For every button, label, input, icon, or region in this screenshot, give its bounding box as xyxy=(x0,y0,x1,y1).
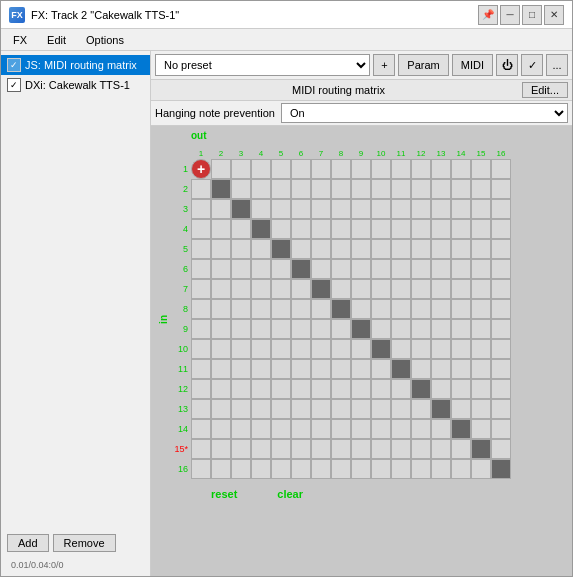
cell-9-14[interactable] xyxy=(471,339,491,359)
cell-7-15[interactable] xyxy=(491,299,511,319)
cell-12-12[interactable] xyxy=(431,399,451,419)
cell-4-4[interactable] xyxy=(271,239,291,259)
cell-1-15[interactable] xyxy=(491,179,511,199)
cell-11-15[interactable] xyxy=(491,379,511,399)
cell-12-5[interactable] xyxy=(291,399,311,419)
cell-10-4[interactable] xyxy=(271,359,291,379)
cell-1-6[interactable] xyxy=(311,179,331,199)
maximize-button[interactable]: □ xyxy=(522,5,542,25)
cell-5-8[interactable] xyxy=(351,259,371,279)
cell-2-2[interactable] xyxy=(231,199,251,219)
cell-6-9[interactable] xyxy=(371,279,391,299)
cell-15-13[interactable] xyxy=(451,459,471,479)
cell-11-2[interactable] xyxy=(231,379,251,399)
cell-8-14[interactable] xyxy=(471,319,491,339)
cell-2-8[interactable] xyxy=(351,199,371,219)
cell-2-11[interactable] xyxy=(411,199,431,219)
cell-8-9[interactable] xyxy=(371,319,391,339)
cell-9-2[interactable] xyxy=(231,339,251,359)
cell-11-4[interactable] xyxy=(271,379,291,399)
cell-7-2[interactable] xyxy=(231,299,251,319)
cell-7-13[interactable] xyxy=(451,299,471,319)
cell-4-3[interactable] xyxy=(251,239,271,259)
reset-button[interactable]: reset xyxy=(195,485,253,503)
cell-8-13[interactable] xyxy=(451,319,471,339)
cell-4-2[interactable] xyxy=(231,239,251,259)
cell-0-10[interactable] xyxy=(391,159,411,179)
cell-14-0[interactable] xyxy=(191,439,211,459)
cell-9-5[interactable] xyxy=(291,339,311,359)
cell-10-13[interactable] xyxy=(451,359,471,379)
cell-2-12[interactable] xyxy=(431,199,451,219)
cell-9-3[interactable] xyxy=(251,339,271,359)
cell-3-5[interactable] xyxy=(291,219,311,239)
cell-14-6[interactable] xyxy=(311,439,331,459)
cell-5-3[interactable] xyxy=(251,259,271,279)
cell-3-2[interactable] xyxy=(231,219,251,239)
enable-check-button[interactable]: ✓ xyxy=(521,54,543,76)
cell-14-10[interactable] xyxy=(391,439,411,459)
cell-5-4[interactable] xyxy=(271,259,291,279)
cell-1-8[interactable] xyxy=(351,179,371,199)
cell-1-4[interactable] xyxy=(271,179,291,199)
cell-3-1[interactable] xyxy=(211,219,231,239)
cell-6-13[interactable] xyxy=(451,279,471,299)
cell-9-9[interactable] xyxy=(371,339,391,359)
cell-6-11[interactable] xyxy=(411,279,431,299)
cell-5-1[interactable] xyxy=(211,259,231,279)
cell-3-8[interactable] xyxy=(351,219,371,239)
cell-8-8[interactable] xyxy=(351,319,371,339)
cell-3-4[interactable] xyxy=(271,219,291,239)
cell-5-15[interactable] xyxy=(491,259,511,279)
cell-14-11[interactable] xyxy=(411,439,431,459)
cell-4-15[interactable] xyxy=(491,239,511,259)
cell-6-10[interactable] xyxy=(391,279,411,299)
cell-9-15[interactable] xyxy=(491,339,511,359)
cell-8-6[interactable] xyxy=(311,319,331,339)
cell-0-1[interactable] xyxy=(211,159,231,179)
cell-14-12[interactable] xyxy=(431,439,451,459)
cell-0-13[interactable] xyxy=(451,159,471,179)
cell-6-12[interactable] xyxy=(431,279,451,299)
cell-14-9[interactable] xyxy=(371,439,391,459)
cell-12-8[interactable] xyxy=(351,399,371,419)
cell-7-6[interactable] xyxy=(311,299,331,319)
cell-12-4[interactable] xyxy=(271,399,291,419)
cell-12-1[interactable] xyxy=(211,399,231,419)
cell-4-10[interactable] xyxy=(391,239,411,259)
remove-button[interactable]: Remove xyxy=(53,534,116,552)
close-button[interactable]: ✕ xyxy=(544,5,564,25)
cell-2-5[interactable] xyxy=(291,199,311,219)
cell-11-1[interactable] xyxy=(211,379,231,399)
cell-8-7[interactable] xyxy=(331,319,351,339)
cell-3-13[interactable] xyxy=(451,219,471,239)
cell-6-5[interactable] xyxy=(291,279,311,299)
cell-7-5[interactable] xyxy=(291,299,311,319)
midi-button[interactable]: MIDI xyxy=(452,54,493,76)
cell-3-3[interactable] xyxy=(251,219,271,239)
cell-14-4[interactable] xyxy=(271,439,291,459)
more-button[interactable]: ... xyxy=(546,54,568,76)
cell-0-7[interactable] xyxy=(331,159,351,179)
cell-9-10[interactable] xyxy=(391,339,411,359)
cell-9-11[interactable] xyxy=(411,339,431,359)
cell-10-8[interactable] xyxy=(351,359,371,379)
cell-9-4[interactable] xyxy=(271,339,291,359)
cell-5-2[interactable] xyxy=(231,259,251,279)
cell-13-11[interactable] xyxy=(411,419,431,439)
cell-7-8[interactable] xyxy=(351,299,371,319)
cell-3-0[interactable] xyxy=(191,219,211,239)
cell-9-7[interactable] xyxy=(331,339,351,359)
menu-fx[interactable]: FX xyxy=(5,32,35,48)
cell-12-13[interactable] xyxy=(451,399,471,419)
cell-5-7[interactable] xyxy=(331,259,351,279)
cell-10-7[interactable] xyxy=(331,359,351,379)
cell-12-11[interactable] xyxy=(411,399,431,419)
cell-4-6[interactable] xyxy=(311,239,331,259)
cell-7-9[interactable] xyxy=(371,299,391,319)
cell-10-9[interactable] xyxy=(371,359,391,379)
cell-1-2[interactable] xyxy=(231,179,251,199)
cell-3-10[interactable] xyxy=(391,219,411,239)
cell-12-14[interactable] xyxy=(471,399,491,419)
cell-8-4[interactable] xyxy=(271,319,291,339)
